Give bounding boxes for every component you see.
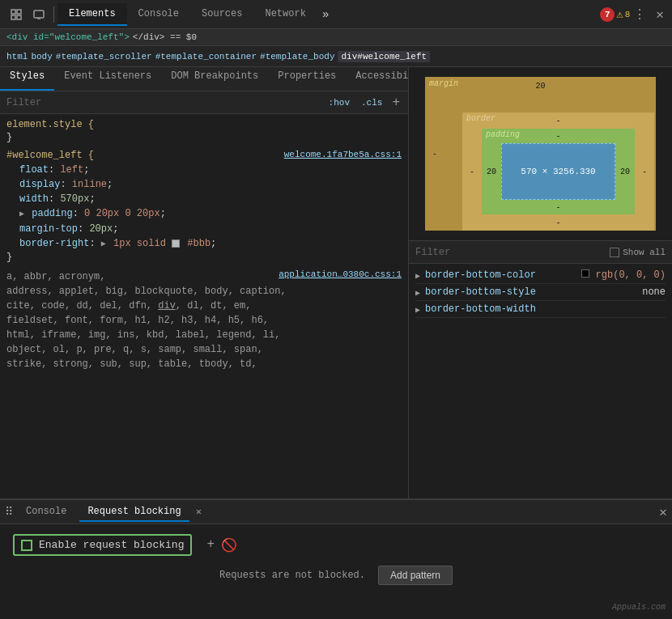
computed-prop-name-3: border-bottom-width	[425, 303, 661, 315]
watermark-text: Appuals.com	[612, 603, 666, 612]
svg-rect-3	[17, 15, 21, 19]
computed-prop-value: rgb(0, 0, 0)	[596, 269, 666, 281]
breadcrumb: html body #template_scroller #template_c…	[0, 46, 672, 67]
add-blocking-pattern-icon[interactable]: +	[206, 537, 215, 553]
add-pattern-button[interactable]: Add pattern	[378, 566, 453, 585]
element-code: <div id="welcome_left">	[6, 32, 130, 42]
tab-console[interactable]: Console	[127, 3, 190, 26]
padding-expand-icon[interactable]: ▶	[19, 210, 24, 218]
border-left-value[interactable]: -	[462, 129, 482, 214]
computed-expand-icon[interactable]: ▶	[415, 271, 420, 281]
close-devtools-button[interactable]: ✕	[653, 6, 667, 23]
close-bottom-panel-button[interactable]: ✕	[659, 504, 667, 520]
tab-request-blocking[interactable]: Request blocking	[79, 502, 189, 522]
filter-bar: :hov .cls +	[0, 91, 408, 114]
enable-blocking-checkbox[interactable]	[21, 540, 32, 551]
tab-dom-breakpoints[interactable]: DOM Breakpoints	[161, 67, 268, 91]
box-model-area: margin 20 - border - - padding	[409, 67, 672, 241]
breadcrumb-welcome-left[interactable]: div#welcome_left	[338, 51, 430, 62]
selector-list-2: address, applet, big, blockquote, body, …	[6, 284, 402, 299]
styles-tabs: Styles Event Listeners DOM Breakpoints P…	[0, 67, 408, 91]
bottom-panel: ⠿ Console Request blocking ✕ ✕ Enable re…	[0, 498, 672, 619]
block-icon[interactable]: 🚫	[221, 537, 237, 553]
not-blocked-text: Requests are not blocked.	[219, 570, 365, 581]
css-prop-border-right: border-right: ▶ 1px solid #bbb;	[6, 236, 402, 252]
cls-filter-button[interactable]: .cls	[358, 97, 385, 108]
tab-accessibility[interactable]: Accessibility	[346, 67, 409, 91]
selector-ref-link[interactable]: welcome.1fa7be5a.css:1	[284, 150, 402, 161]
main-area: Styles Event Listeners DOM Breakpoints P…	[0, 67, 672, 498]
svg-rect-4	[34, 11, 44, 18]
tab-sources[interactable]: Sources	[190, 3, 253, 26]
breadcrumb-container[interactable]: #template_container	[155, 52, 257, 61]
padding-bottom-value[interactable]: -	[501, 200, 615, 214]
margin-left-value[interactable]: -	[425, 95, 444, 213]
breadcrumb-body2[interactable]: #template_body	[260, 52, 334, 61]
selector-list-4: fieldset, font, form, h1, h2, h3, h4, h5…	[6, 313, 402, 328]
computed-expand-icon-3[interactable]: ▶	[415, 305, 420, 315]
element-close: </div> == $0	[133, 32, 197, 42]
border-bottom-value[interactable]: -	[482, 214, 635, 231]
close-tab-button[interactable]: ✕	[194, 506, 203, 518]
padding-left-value[interactable]: 20	[482, 143, 501, 200]
svg-rect-2	[11, 15, 15, 19]
tab-event-listeners[interactable]: Event Listeners	[54, 67, 161, 91]
box-model-content: 570 × 3256.330	[501, 143, 615, 200]
tab-elements[interactable]: Elements	[57, 3, 127, 26]
bottom-content: Enable request blocking + 🚫 Requests are…	[0, 524, 672, 595]
computed-properties-list: ▶ border-bottom-color rgb(0, 0, 0) ▶ bor…	[409, 264, 672, 498]
margin-label: margin	[429, 79, 458, 88]
computed-item-border-bottom-color: ▶ border-bottom-color rgb(0, 0, 0)	[415, 267, 666, 284]
box-model-visualization: margin 20 - border - - padding	[425, 77, 656, 231]
computed-color-swatch	[581, 269, 589, 278]
css-rule-element-style: element.style { }	[6, 119, 402, 143]
bottom-tabs-bar: ⠿ Console Request blocking ✕ ✕	[0, 500, 672, 524]
selector-list-6: object, ol, p, pre, q, s, samp, small, s…	[6, 342, 402, 357]
tab-network[interactable]: Network	[253, 3, 317, 26]
selector-list: a, abbr, acronym,	[6, 269, 105, 284]
border-top-value[interactable]: -	[482, 112, 635, 129]
selector-list-ref[interactable]: application…0380c.css:1	[279, 269, 402, 284]
computed-prop-name-2: border-bottom-style	[425, 286, 637, 298]
border-color-swatch[interactable]	[172, 240, 180, 248]
pseudo-filter-button[interactable]: :hov	[325, 97, 353, 108]
css-selector: element.style {	[6, 119, 402, 130]
box-model-padding: padding - 20 570 × 3256.330	[482, 129, 635, 214]
show-all-checkbox[interactable]: Show all	[610, 248, 666, 257]
watermark: Appuals.com	[612, 601, 666, 613]
css-prop-float: float: left;	[6, 163, 402, 177]
css-prop-width: width: 570px;	[6, 192, 402, 206]
computed-prop-value-2: none	[642, 286, 666, 298]
padding-right-value[interactable]: 20	[615, 143, 635, 200]
border-right-value[interactable]: -	[635, 129, 654, 214]
console-drag-handle[interactable]: ⠿	[5, 505, 13, 519]
inspect-icon[interactable]	[5, 3, 28, 26]
add-style-button[interactable]: +	[390, 95, 402, 110]
tab-console-bottom[interactable]: Console	[18, 502, 74, 522]
css-rule-selector-list: a, abbr, acronym, application…0380c.css:…	[6, 269, 402, 371]
breadcrumb-html[interactable]: html	[6, 52, 28, 61]
styles-filter-input[interactable]	[6, 97, 321, 108]
breadcrumb-body[interactable]: body	[31, 52, 52, 61]
separator	[53, 6, 54, 23]
selector-list-1: a, abbr, acronym,	[6, 271, 105, 282]
error-count: 7	[600, 7, 615, 22]
computed-filter-input[interactable]	[415, 247, 605, 258]
right-panel: margin 20 - border - - padding	[409, 67, 672, 498]
svg-rect-0	[11, 10, 15, 14]
selector-name: element.style {	[6, 119, 94, 130]
selector-welcome-name: #welcome_left {	[6, 150, 94, 161]
device-icon[interactable]	[28, 3, 50, 26]
tab-properties[interactable]: Properties	[268, 67, 346, 91]
show-all-label: Show all	[623, 248, 666, 257]
tab-styles[interactable]: Styles	[0, 67, 54, 91]
more-tabs-button[interactable]: »	[317, 8, 334, 21]
border-expand-icon[interactable]: ▶	[101, 240, 106, 248]
css-rule-welcome-left: #welcome_left { welcome.1fa7be5a.css:1 f…	[6, 150, 402, 263]
computed-expand-icon-2[interactable]: ▶	[415, 288, 420, 298]
enable-blocking-label: Enable request blocking	[39, 539, 184, 551]
breadcrumb-scroller[interactable]: #template_scroller	[56, 52, 152, 61]
show-all-checkbox-box[interactable]	[610, 248, 619, 257]
menu-dots[interactable]: ⋮	[630, 6, 649, 23]
margin-top-value[interactable]: 20	[444, 77, 636, 95]
